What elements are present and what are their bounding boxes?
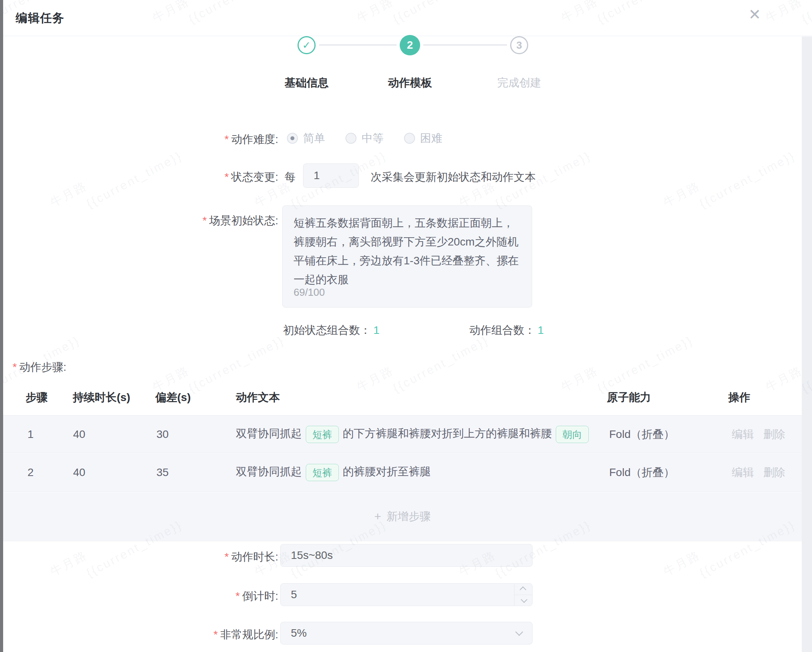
step-connector-1 [319,44,397,46]
radio-easy-circle[interactable] [287,133,298,144]
chevron-up-icon [520,586,526,593]
difficulty-row: *动作难度: 简单 中等 困难 [3,130,802,146]
unusual-ratio-row: *非常规比例: 5% [3,622,802,645]
cell-duration: 40 [73,428,85,441]
col-deviation: 偏差(s) [155,390,191,405]
action-combo-count: 动作组合数：1 [469,323,544,338]
required-mark: * [224,171,229,183]
action-combo-value: 1 [538,324,544,336]
cell-step: 1 [28,428,34,441]
table-row: 1 40 30 双臂协同抓起短裤的下方裤腿和裤腰对折到上方的裤腿和裤腰朝向 Fo… [3,415,802,453]
add-step-band: + 新增步骤 [3,492,802,541]
table-header: 步骤 持续时长(s) 偏差(s) 动作文本 原子能力 操作 [3,387,802,407]
col-ability: 原子能力 [607,390,651,405]
initial-state-combo-count: 初始状态组合数：1 [283,323,380,338]
table-row: 2 40 35 双臂协同抓起短裤的裤腰对折至裤腿 Fold（折叠） 编辑删除 [3,454,802,492]
action-steps-label: *动作步骤: [13,360,66,375]
radio-hard-label: 困难 [420,131,442,146]
step-connector-2 [423,44,507,46]
cell-action-text: 双臂协同抓起短裤的下方裤腿和裤腰对折到上方的裤腿和裤腰朝向 [236,426,593,443]
state-change-row: *状态变更: 每 1 次采集会更新初始状态和动作文本 [3,163,802,189]
cell-ability: Fold（折叠） [609,465,674,480]
countdown-row: *倒计时: 5 [3,583,802,607]
initial-combo-value: 1 [373,324,380,336]
chevron-down-icon [520,596,527,603]
add-step-button[interactable]: + 新增步骤 [374,509,431,524]
cell-ability: Fold（折叠） [609,427,674,442]
action-duration-row: *动作时长: 15s~80s [3,544,802,568]
radio-medium-circle[interactable] [345,133,356,144]
countdown-input[interactable]: 5 [280,583,533,606]
difficulty-radio-group: 简单 中等 困难 [287,130,442,146]
step-indicator: ✓ 2 3 基础信息 动作模板 完成创建 [3,0,802,94]
radio-hard[interactable]: 困难 [404,131,442,146]
state-change-prefix: 每 [285,170,296,185]
delete-link[interactable]: 删除 [763,466,785,478]
step-2-circle: 2 [400,35,420,55]
col-duration: 持续时长(s) [73,390,130,405]
radio-medium-label: 中等 [362,131,384,146]
initial-state-label: *场景初始状态: [82,213,278,228]
cell-action-text: 双臂协同抓起短裤的裤腰对折至裤腿 [236,464,431,481]
action-duration-label: *动作时长: [82,549,278,564]
cell-deviation: 35 [156,466,169,479]
required-mark: * [224,133,229,145]
col-operations: 操作 [728,390,750,405]
spinner-up-button[interactable] [514,584,532,595]
initial-state-text: 短裤五条数据背面朝上，五条数据正面朝上，裤腰朝右，离头部视野下方至少20cm之外… [294,217,518,286]
countdown-label: *倒计时: [82,589,278,604]
cell-step: 2 [28,466,34,479]
step-3-label: 完成创建 [497,75,541,90]
cell-operations: 编辑删除 [732,427,785,442]
edit-task-dialog: 编辑任务 ✕ ✓ 2 3 基础信息 动作模板 完成创建 *动作难度: 简单 中等… [0,0,812,652]
page-right-edge [802,37,812,652]
initial-state-textarea[interactable]: 短裤五条数据背面朝上，五条数据正面朝上，裤腰朝右，离头部视野下方至少20cm之外… [282,205,532,308]
radio-easy-label: 简单 [303,131,325,146]
page-left-edge [0,0,3,652]
col-step: 步骤 [26,390,48,405]
step-3-circle: 3 [510,36,528,54]
required-mark: * [202,214,207,227]
state-change-suffix: 次采集会更新初始状态和动作文本 [371,170,536,185]
step-2-label: 动作模板 [388,75,432,90]
cell-operations: 编辑删除 [732,465,785,480]
unusual-ratio-select[interactable]: 5% [280,622,533,645]
step-1-check-icon: ✓ [298,36,316,54]
object-tag: 短裤 [306,464,339,481]
combo-counts-row: 初始状态组合数：1 动作组合数：1 [3,323,802,339]
cell-duration: 40 [73,466,85,479]
required-mark: * [235,590,240,602]
required-mark: * [213,628,218,641]
number-spinner [514,584,532,606]
step-1-label: 基础信息 [285,75,329,90]
spinner-down-button[interactable] [514,595,532,606]
unusual-ratio-label: *非常规比例: [82,627,278,642]
action-duration-input[interactable]: 15s~80s [280,544,533,567]
state-change-label: *状态变更: [82,170,278,185]
edit-link[interactable]: 编辑 [732,428,754,440]
radio-easy[interactable]: 简单 [287,131,325,146]
plus-icon: + [374,511,381,522]
cell-deviation: 30 [156,428,169,441]
initial-state-row: *场景初始状态: 短裤五条数据背面朝上，五条数据正面朝上，裤腰朝右，离头部视野下… [3,205,802,308]
orientation-tag: 朝向 [556,426,589,443]
col-action-text: 动作文本 [236,390,280,405]
radio-hard-circle[interactable] [404,133,415,144]
object-tag: 短裤 [306,426,339,443]
char-counter: 69/100 [294,283,325,302]
edit-link[interactable]: 编辑 [732,466,754,478]
required-mark: * [224,551,229,563]
chevron-down-icon [515,628,523,636]
required-mark: * [13,361,17,373]
delete-link[interactable]: 删除 [763,428,785,440]
add-step-label: 新增步骤 [387,509,431,524]
state-change-input[interactable]: 1 [303,163,359,188]
difficulty-label: *动作难度: [82,132,278,147]
radio-medium[interactable]: 中等 [345,131,384,146]
